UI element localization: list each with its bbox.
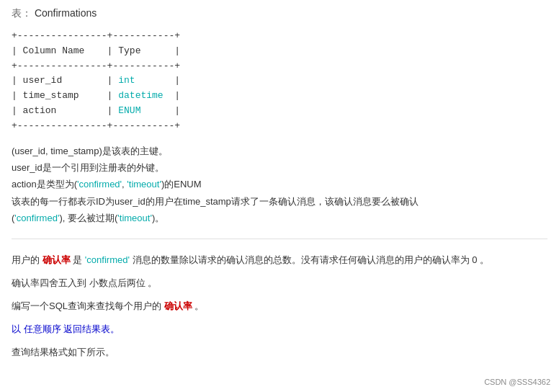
divider [12,239,547,239]
question-para2: 确认率四舍五入到 小数点后两位 。 [12,274,547,293]
q-para3-post: 。 [194,300,204,311]
desc-line5-post: )。 [152,213,164,223]
desc-line5-timeout: 'timeout' [117,213,152,223]
desc-line4: 该表的每一行都表示ID为user_id的用户在time_stamp请求了一条确认… [12,193,547,210]
table-label: 表： [12,7,32,19]
desc-line3-confirmed: 'confirmed' [77,179,122,190]
q-para1-rate: 确认率 [40,254,73,265]
q-para4: 以 任意顺序 返回结果表。 [12,324,120,334]
description-block: (user_id, time_stamp)是该表的主键。 user_id是一个引… [12,143,547,227]
schema-block: +----------------+-----------+ | Column … [12,29,547,134]
q-para1-confirmed: 'confirmed' [85,254,130,265]
desc-line3-pre: action是类型为( [12,179,77,190]
desc-line3: action是类型为('confirmed', 'timeout')的ENUM [12,176,547,192]
desc-line5: ('confirmed'), 要么被过期('timeout')。 [12,210,547,226]
table-title: 表： Confirmations [12,7,547,20]
q-para3-rate: 确认率 [161,300,194,311]
question-para3: 编写一个SQL查询来查找每个用户的 确认率 。 [12,297,547,316]
question-block: 用户的 确认率 是 'confirmed' 消息的数量除以请求的确认消息的总数。… [12,251,547,362]
watermark: CSDN @SSS4362 [484,378,550,386]
desc-line1: (user_id, time_stamp)是该表的主键。 [12,143,547,159]
table-name: Confirmations [35,7,97,19]
question-para4: 以 任意顺序 返回结果表。 [12,320,547,339]
q-para1-mid: 是 [73,254,85,265]
desc-line2: user_id是一个引用到注册表的外键。 [12,159,547,176]
desc-line3-post: )的ENUM [161,179,202,190]
desc-line5-confirmed: 'confirmed' [14,213,59,223]
q-para1-post: 消息的数量除以请求的确认消息的总数。没有请求任何确认消息的用户的确认率为 0 。 [130,254,489,265]
desc-line5-mid: ), 要么被过期( [59,213,117,223]
q-para1-pre: 用户的 [12,254,40,265]
main-content: 表： Confirmations +----------------+-----… [0,0,559,392]
desc-line3-timeout: 'timeout' [127,179,161,190]
question-para5: 查询结果格式如下所示。 [12,343,547,362]
q-para3-pre: 编写一个SQL查询来查找每个用户的 [12,300,161,311]
question-para1: 用户的 确认率 是 'confirmed' 消息的数量除以请求的确认消息的总数。… [12,251,547,270]
